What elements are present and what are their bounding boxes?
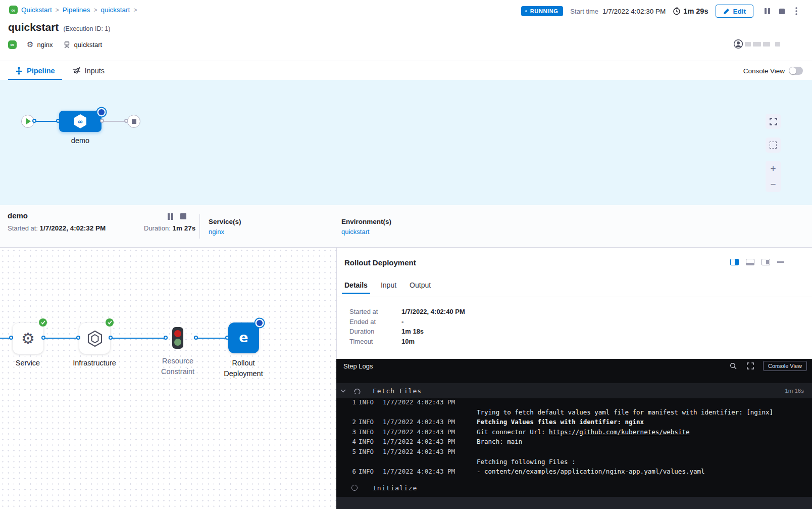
service-tag[interactable]: ⚙ nginx	[27, 40, 53, 49]
log-section-duration: 1m 16s	[785, 388, 804, 394]
tab-pipeline-label: Pipeline	[27, 67, 55, 75]
layout-right-panel-button[interactable]	[762, 259, 770, 265]
step-node-resource-constraint[interactable]	[172, 327, 183, 349]
breadcrumb-link-quickstart[interactable]: Quickstart	[21, 6, 52, 14]
stage-graph-canvas[interactable]: ∞ demo + −	[0, 80, 812, 205]
detail-row-ended-at: Ended at -	[349, 317, 465, 327]
spinner-icon	[353, 387, 361, 394]
environments-label: Environment(s)	[341, 218, 391, 225]
detail-value: 1m 18s	[401, 328, 424, 335]
environment-link[interactable]: quickstart	[341, 228, 391, 236]
inputs-icon	[72, 67, 81, 74]
stage-stop-button[interactable]	[180, 213, 187, 220]
detail-value: 10m	[401, 338, 415, 345]
status-badge: RUNNING	[521, 6, 564, 16]
stage-duration: Duration: 1m 27s	[144, 224, 195, 232]
stage-pause-button[interactable]	[167, 213, 174, 220]
infrastructure-hexagon-icon	[87, 330, 103, 347]
edit-button[interactable]: Edit	[716, 5, 754, 18]
layout-right-split-button[interactable]	[730, 259, 739, 265]
pause-execution-button[interactable]	[760, 5, 774, 18]
log-timestamp: 1/7/2022 4:02:43 PM	[383, 448, 455, 455]
tab-pipeline[interactable]: Pipeline	[13, 61, 57, 80]
view-tabbar: Pipeline Inputs Console View	[0, 61, 812, 80]
log-section-initialize[interactable]: Initialize	[336, 480, 812, 495]
log-timestamp: 1/7/2022 4:02:43 PM	[383, 398, 455, 406]
stage-name: demo	[8, 211, 28, 220]
avatar	[734, 39, 743, 49]
status-dot-icon	[525, 10, 527, 12]
red-light-icon	[174, 330, 181, 337]
breadcrumb-link-pipeline-quickstart[interactable]: quickstart	[101, 6, 130, 14]
log-section-collapsed-bar[interactable]	[336, 497, 812, 509]
step-label-resource-constraint: Resource Constraint	[147, 356, 208, 377]
zoom-out-button[interactable]: −	[766, 176, 781, 192]
service-gear-icon: ⚙	[21, 330, 35, 347]
end-node[interactable]	[127, 115, 140, 128]
page-title: quickstart	[8, 21, 59, 33]
status-badge-label: RUNNING	[530, 8, 559, 14]
breadcrumb-separator: >	[133, 7, 137, 14]
detail-row-started-at: Started at 1/7/2022, 4:02:40 PM	[349, 307, 465, 317]
minimize-panel-button[interactable]	[777, 261, 784, 263]
edit-button-label: Edit	[733, 8, 746, 15]
gear-icon: ⚙	[27, 40, 33, 49]
breadcrumb-separator: >	[94, 7, 97, 14]
more-options-button[interactable]	[790, 5, 803, 18]
log-timestamp: 1/7/2022 4:02:43 PM	[383, 428, 455, 436]
started-at-value: 1/7/2022, 4:02:32 PM	[40, 224, 106, 232]
redacted-text	[745, 42, 751, 47]
environment-tag[interactable]: quickstart	[63, 41, 103, 49]
log-message-prefix: Git connector Url:	[477, 428, 549, 436]
log-search-button[interactable]	[729, 359, 738, 373]
elapsed-time: 1m 29s	[673, 7, 708, 15]
start-time-value: 1/7/2022 4:02:30 PM	[602, 8, 666, 15]
redacted-text	[775, 42, 780, 47]
log-fullscreen-button[interactable]	[746, 359, 755, 373]
tab-output[interactable]: Output	[410, 281, 431, 294]
step-label-service: Service	[3, 358, 53, 368]
log-line-number: 2	[349, 418, 356, 426]
step-graph-canvas[interactable]: ⚙ e	[0, 248, 336, 509]
tag-row: ∞ ⚙ nginx quickstart	[8, 40, 102, 49]
tab-details[interactable]: Details	[344, 281, 368, 294]
detail-value: 1/7/2022, 4:02:40 PM	[401, 308, 465, 315]
log-console-view-button[interactable]: Console View	[763, 361, 807, 371]
rollout-icon: e	[239, 330, 248, 345]
zoom-in-button[interactable]: +	[766, 161, 781, 176]
zoom-controls: + −	[766, 161, 781, 192]
step-node-infrastructure[interactable]	[79, 323, 110, 354]
breadcrumb: ∞ Quickstart > Pipelines > quickstart >	[9, 6, 137, 14]
log-line: 6 INFO 1/7/2022 4:02:43 PM - content/en/…	[336, 468, 812, 478]
stage-started-at: Started at: 1/7/2022, 4:02:32 PM	[8, 224, 106, 232]
clock-icon	[673, 7, 681, 15]
connector-port	[100, 119, 104, 123]
step-node-service[interactable]: ⚙	[13, 323, 43, 354]
step-node-rollout-deployment[interactable]: e	[228, 322, 259, 353]
fullscreen-canvas-button[interactable]	[766, 114, 781, 129]
log-timestamp: 1/7/2022 4:02:43 PM	[383, 438, 455, 445]
stage-node-demo[interactable]: ∞	[59, 111, 102, 132]
tab-inputs-label: Inputs	[85, 67, 105, 75]
tab-input[interactable]: Input	[381, 281, 396, 294]
service-link[interactable]: nginx	[209, 228, 241, 236]
stop-execution-button[interactable]	[775, 5, 788, 18]
log-link[interactable]: https://github.com/kubernetes/website	[549, 428, 689, 436]
pencil-icon	[723, 8, 730, 15]
user-info-redacted	[734, 39, 780, 49]
log-level: INFO	[359, 398, 374, 406]
tab-inputs[interactable]: Inputs	[70, 61, 107, 80]
step-success-icon	[39, 318, 47, 327]
marquee-icon	[770, 142, 777, 149]
log-section-fetch-files[interactable]: Fetch Files 1m 16s	[336, 383, 812, 398]
log-section-name: Initialize	[373, 484, 417, 492]
services-label: Service(s)	[209, 218, 241, 225]
breadcrumb-link-pipelines[interactable]: Pipelines	[63, 6, 90, 14]
chevron-down-icon	[340, 389, 346, 393]
duration-label: Duration:	[144, 224, 171, 232]
marquee-select-button[interactable]	[766, 137, 781, 153]
console-view-toggle[interactable]	[789, 67, 803, 75]
log-line-number: 1	[349, 398, 356, 406]
log-line: Fetching following Files :	[336, 458, 812, 468]
layout-bottom-split-button[interactable]	[746, 259, 754, 265]
